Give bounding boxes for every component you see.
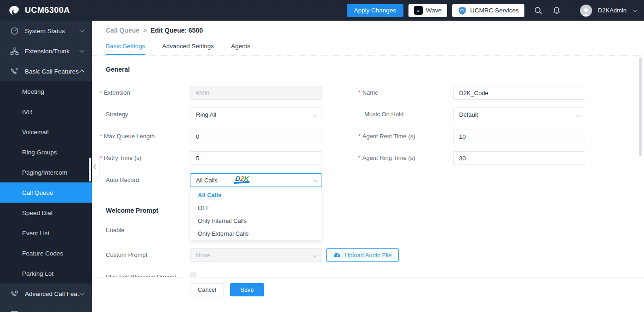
sidebar-item-ring-groups[interactable]: Ring Groups <box>0 142 92 162</box>
sidebar-item-paging-intercom[interactable]: Paging/Intercom <box>0 162 92 182</box>
save-button[interactable]: Save <box>230 283 264 296</box>
chevron-up-icon <box>313 180 317 184</box>
sidebar-item-advanced-call-features[interactable]: Advanced Call Fea... <box>0 284 92 304</box>
apply-changes-button[interactable]: Apply Changes <box>347 4 404 17</box>
extension-label: *Extension <box>100 86 130 100</box>
option-only-external-calls[interactable]: Only External Calls <box>190 227 322 240</box>
gauge-icon <box>10 27 19 35</box>
cloud-upload-icon <box>334 251 341 259</box>
upload-audio-file-button[interactable]: Upload Audio File <box>326 248 399 262</box>
custom-prompt-value: None <box>196 252 210 259</box>
brand-logo: UCM6300A <box>7 4 93 17</box>
tab-agents[interactable]: Agents <box>231 41 250 55</box>
chevron-down-icon <box>313 113 317 117</box>
chevron-left-icon <box>94 164 98 169</box>
option-only-internal-calls[interactable]: Only Internal Calls <box>190 215 322 227</box>
avatar[interactable] <box>580 5 592 17</box>
bell-icon <box>552 6 561 15</box>
cancel-button[interactable]: Cancel <box>190 283 224 296</box>
sidebar-item-meeting[interactable]: Meeting <box>0 81 92 102</box>
network-icon <box>10 47 19 56</box>
tabs-separator <box>92 55 644 56</box>
topbar-divider <box>571 6 571 15</box>
strategy-label: Strategy <box>106 108 128 121</box>
shield-cloud-icon <box>458 6 467 15</box>
tab-advanced-settings[interactable]: Advanced Settings <box>162 41 214 55</box>
notifications-button[interactable] <box>552 6 561 15</box>
sidebar-item-label: Basic Call Features <box>25 68 80 75</box>
sidebar-item-voicemail[interactable]: Voicemail <box>0 122 92 142</box>
sidebar-collapse-handle[interactable] <box>92 154 99 178</box>
sidebar-item-speed-dial[interactable]: Speed Dial <box>0 203 92 223</box>
auto-record-label: Auto Record <box>106 173 139 187</box>
content-scrollbar-thumb[interactable] <box>639 57 642 156</box>
username[interactable]: D2KAdmin <box>598 7 627 14</box>
sidebar-scrollbar-thumb[interactable] <box>89 158 91 182</box>
agent-rest-time-input[interactable] <box>453 130 585 143</box>
sidebar-item-messaging[interactable]: Messaging <box>0 304 92 312</box>
sidebar-item-basic-call-features[interactable]: Basic Call Features <box>0 61 92 81</box>
music-on-hold-label: Music On Hold <box>364 108 403 121</box>
sidebar-item-event-list[interactable]: Event List <box>0 223 92 243</box>
chevron-down-icon <box>79 310 84 312</box>
form-footer: Cancel Save <box>92 277 644 312</box>
required-marker: * <box>358 90 361 96</box>
grandstream-logo-icon <box>7 4 20 17</box>
sidebar-item-label: Advanced Call Fea... <box>25 290 80 297</box>
music-on-hold-select[interactable]: Default <box>453 108 585 121</box>
search-button[interactable] <box>534 6 543 15</box>
section-general: General <box>106 66 130 73</box>
option-all-calls[interactable]: All Calls <box>190 189 322 202</box>
strategy-select[interactable]: Ring All <box>190 108 322 121</box>
page-title: Edit Queue: 6500 <box>150 27 203 34</box>
ucmrc-button-label: UCMRC Services <box>470 7 519 14</box>
breadcrumb-call-queue[interactable]: Call Queue <box>106 27 139 34</box>
device-model: UCM6300A <box>25 6 70 15</box>
wave-button[interactable]: Wave <box>408 4 447 17</box>
d2k-watermark-logo: D2K <box>231 175 253 186</box>
required-marker: * <box>100 133 102 140</box>
wave-button-label: Wave <box>426 7 442 14</box>
auto-record-dropdown-panel: All Calls OFF Only Internal Calls Only E… <box>190 187 322 241</box>
ucmrc-services-button[interactable]: UCMRC Services <box>452 4 524 17</box>
required-marker: * <box>100 155 102 161</box>
name-input[interactable] <box>453 86 585 100</box>
tab-basic-settings[interactable]: Basic Settings <box>106 41 145 55</box>
sidebar-item-label: Messaging <box>25 311 80 312</box>
retry-time-input[interactable] <box>190 151 322 165</box>
phone-icon <box>10 67 19 76</box>
sidebar-item-extension-trunk[interactable]: Extension/Trunk <box>0 41 92 61</box>
required-marker: * <box>100 90 102 96</box>
required-marker: * <box>358 133 361 140</box>
section-welcome-prompt: Welcome Prompt <box>106 207 158 214</box>
max-queue-length-input[interactable] <box>190 130 322 143</box>
auto-record-select[interactable]: All Calls D2K <box>190 173 322 187</box>
sidebar-item-label: Extension/Trunk <box>25 48 80 55</box>
sidebar-item-system-status[interactable]: System Status <box>0 21 92 41</box>
enable-label: Enable <box>106 226 124 235</box>
upload-button-label: Upload Audio File <box>345 252 392 259</box>
chevron-down-icon <box>313 253 317 258</box>
agent-rest-time-label: *Agent Rest Time (s) <box>358 130 415 143</box>
main-content: Call Queue > Edit Queue: 6500 Basic Sett… <box>92 21 644 312</box>
custom-prompt-select: None <box>190 248 322 262</box>
search-icon <box>534 6 543 15</box>
chevron-down-icon <box>79 290 84 295</box>
topbar-actions: Apply Changes Wave UCMRC Services <box>347 4 637 17</box>
message-icon <box>10 310 19 312</box>
agent-ring-time-label: *Agent Ring Time (s) <box>358 151 415 165</box>
required-marker: * <box>358 155 361 161</box>
chevron-down-icon[interactable] <box>633 7 638 12</box>
d2k-swoosh <box>234 181 249 184</box>
sidebar-item-parking-lot[interactable]: Parking Lot <box>0 263 92 284</box>
sidebar-item-ivr[interactable]: IVR <box>0 102 92 122</box>
custom-prompt-label: Custom Prompt <box>106 248 147 262</box>
max-queue-length-label: *Max Queue Length <box>100 130 155 143</box>
sidebar-item-feature-codes[interactable]: Feature Codes <box>0 243 92 263</box>
chevron-down-icon <box>576 113 581 117</box>
option-off[interactable]: OFF <box>190 202 322 215</box>
sidebar-item-call-queue[interactable]: Call Queue <box>0 182 92 203</box>
strategy-value: Ring All <box>196 111 216 118</box>
agent-ring-time-input[interactable] <box>453 151 585 165</box>
basic-call-features-submenu: Meeting IVR Voicemail Ring Groups Paging… <box>0 81 92 284</box>
